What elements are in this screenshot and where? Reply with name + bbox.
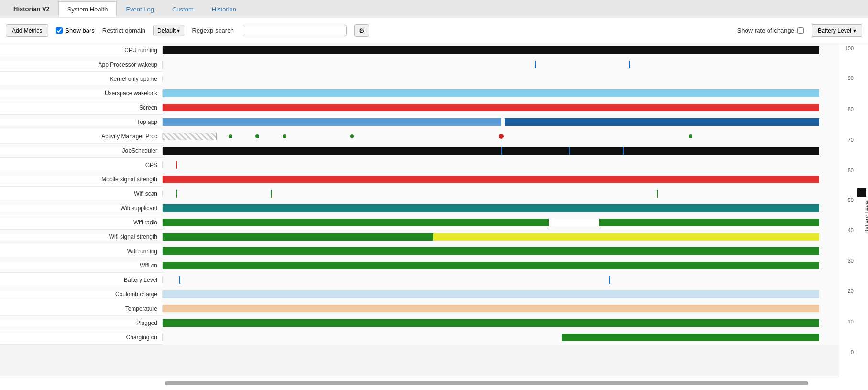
y-label-70: 70	[848, 137, 854, 143]
row-label: App Processor wakeup	[0, 61, 163, 68]
y-label-60: 60	[848, 167, 854, 173]
table-row: Wifi scan	[0, 187, 839, 201]
y-label-80: 80	[848, 106, 854, 112]
bar	[163, 247, 819, 255]
app-brand: Historian V2	[5, 1, 58, 16]
data-dot	[499, 134, 504, 139]
add-metrics-button[interactable]: Add Metrics	[6, 24, 48, 37]
bar	[163, 118, 501, 126]
battery-level-button[interactable]: Battery Level ▾	[812, 24, 862, 37]
restrict-domain-label: Restrict domain	[102, 27, 145, 34]
tick-mark	[569, 147, 570, 155]
hatch-bar	[163, 133, 217, 140]
row-label: Plugged	[0, 320, 163, 326]
row-bar-area	[163, 273, 839, 287]
row-bar-area	[163, 301, 839, 316]
tick-mark	[176, 161, 177, 169]
table-row: Wifi on	[0, 258, 839, 273]
table-row: Wifi signal strength	[0, 230, 839, 244]
data-dot	[689, 134, 692, 138]
tick-mark	[609, 276, 610, 284]
scrollbar-thumb[interactable]	[165, 381, 808, 385]
bar	[505, 118, 819, 126]
row-label: Kernel only uptime	[0, 76, 163, 82]
bar	[163, 219, 549, 226]
row-bar-area	[163, 100, 839, 115]
table-row: Wifi radio	[0, 215, 839, 230]
tick-mark	[501, 147, 502, 155]
scrollbar-row[interactable]	[0, 376, 839, 390]
row-bar-area	[163, 201, 839, 215]
row-label: Mobile signal strength	[0, 176, 163, 183]
table-row: JobScheduler	[0, 144, 839, 158]
table-row: CPU running	[0, 43, 839, 57]
row-bar-area	[163, 158, 839, 172]
y-label-20: 20	[848, 288, 854, 294]
rate-change-label: Show rate of change	[737, 27, 804, 34]
tab-system-health[interactable]: System Health	[58, 1, 117, 17]
row-label: Activity Manager Proc	[0, 133, 163, 140]
row-label: GPS	[0, 162, 163, 168]
row-bar-area	[163, 316, 839, 330]
bar	[599, 219, 819, 226]
bar	[163, 319, 819, 327]
row-label: Wifi scan	[0, 190, 163, 197]
regexp-input[interactable]	[242, 25, 347, 36]
table-row: Battery Level	[0, 273, 839, 287]
table-row: Mobile signal strength	[0, 172, 839, 187]
table-row: GPS	[0, 158, 839, 172]
row-label: Wifi running	[0, 248, 163, 255]
tab-historian[interactable]: Historian	[203, 1, 245, 17]
row-bar-area	[163, 43, 839, 57]
table-row: Wifi running	[0, 244, 839, 258]
bar	[562, 334, 819, 341]
y-label-10: 10	[848, 319, 854, 324]
data-dot	[283, 134, 286, 138]
row-label: Charging on	[0, 334, 163, 341]
row-label: Wifi radio	[0, 219, 163, 226]
table-row: Wifi supplicant	[0, 201, 839, 215]
table-row: Top app	[0, 115, 839, 129]
data-dot	[255, 134, 259, 138]
bar	[163, 89, 819, 97]
tick-mark	[657, 190, 658, 198]
row-label: Wifi signal strength	[0, 234, 163, 240]
row-bar-area	[163, 57, 839, 72]
gear-button[interactable]: ⚙	[354, 24, 369, 37]
row-bar-area	[163, 244, 839, 258]
bar	[552, 219, 599, 226]
row-bar-area	[163, 86, 839, 100]
bar	[163, 46, 819, 54]
row-label: Battery Level	[0, 277, 163, 283]
table-row: Activity Manager Proc	[0, 129, 839, 144]
tick-mark	[271, 190, 272, 198]
row-bar-area	[163, 144, 839, 158]
tab-bar: Historian V2 System Health Event Log Cus…	[0, 0, 868, 18]
y-label-30: 30	[848, 258, 854, 264]
scrollbar-track[interactable]	[165, 381, 808, 385]
y-label-40: 40	[848, 227, 854, 233]
tab-event-log[interactable]: Event Log	[117, 1, 163, 17]
row-label: Temperature	[0, 305, 163, 312]
row-bar-area	[163, 115, 839, 129]
table-row: Screen	[0, 100, 839, 115]
data-dot	[229, 134, 232, 138]
show-bars-checkbox[interactable]	[56, 27, 63, 34]
tick-mark	[535, 61, 536, 68]
bar	[163, 290, 819, 298]
row-label: Userspace wakelock	[0, 90, 163, 97]
row-bar-area	[163, 72, 839, 86]
row-bar-area	[163, 258, 839, 273]
rate-change-checkbox[interactable]	[797, 27, 804, 34]
show-bars-label: Show bars	[56, 27, 94, 34]
y-label-0: 0	[851, 349, 854, 355]
domain-select[interactable]: Default ▾	[153, 25, 184, 36]
table-row: Plugged	[0, 316, 839, 330]
table-row: Userspace wakelock	[0, 86, 839, 100]
row-bar-area	[163, 287, 839, 301]
toolbar: Add Metrics Show bars Restrict domain De…	[0, 18, 868, 43]
bar	[163, 204, 819, 212]
row-label: Top app	[0, 119, 163, 125]
tab-custom[interactable]: Custom	[163, 1, 203, 17]
row-label: Screen	[0, 104, 163, 111]
